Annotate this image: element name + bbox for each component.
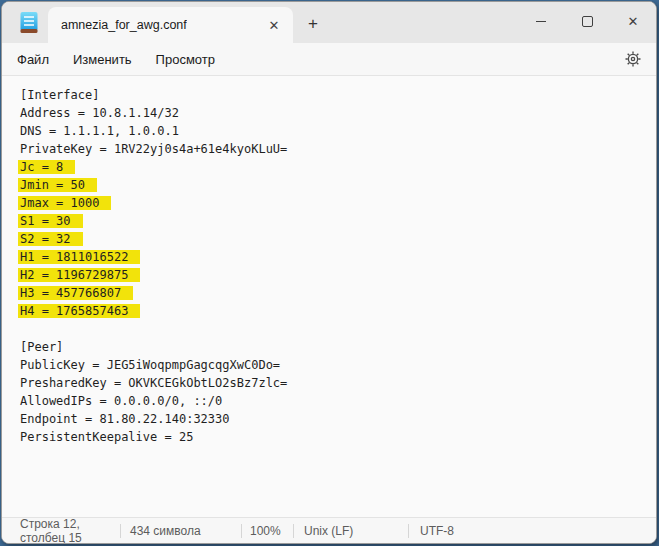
line-endings-status: Unix (LF) [294, 524, 408, 538]
window-controls: ✕ [518, 2, 656, 40]
editor-line: AllowedIPs = 0.0.0.0/0, ::/0 [20, 392, 656, 410]
highlighted-text: S1 = 30 [18, 214, 83, 228]
desktop-background: amnezia_for_awg.conf ✕ + ✕ Файл Изменить… [0, 0, 659, 546]
maximize-icon [582, 16, 593, 27]
close-button[interactable]: ✕ [610, 2, 656, 40]
highlighted-text: H2 = 1196729875 [18, 268, 140, 282]
highlighted-text: Jmin = 50 [18, 178, 97, 192]
editor-line: Jc = 8 [20, 158, 656, 176]
settings-button[interactable] [623, 49, 643, 69]
menu-view[interactable]: Просмотр [144, 46, 227, 73]
editor-line: PersistentKeepalive = 25 [20, 428, 656, 446]
highlighted-text: H3 = 457766807 [18, 286, 133, 300]
editor-line: [Interface] [20, 86, 656, 104]
editor-line: PresharedKey = OKVKCEGkObtLO2sBz7zlc= [20, 374, 656, 392]
highlighted-text: Jmax = 1000 [18, 196, 111, 210]
editor-line: PublicKey = JEG5iWoqpmpGagcqgXwC0Do= [20, 356, 656, 374]
editor-line: S1 = 30 [20, 212, 656, 230]
editor-line: Endpoint = 81.80.22.140:32330 [20, 410, 656, 428]
editor-line: PrivateKey = 1RV22yj0s4a+61e4kyoKLuU= [20, 140, 656, 158]
editor-line: DNS = 1.1.1.1, 1.0.0.1 [20, 122, 656, 140]
editor-line: [Peer] [20, 338, 656, 356]
highlighted-text: S2 = 32 [18, 232, 83, 246]
text-editor-area[interactable]: [Interface]Address = 10.8.1.14/32DNS = 1… [2, 76, 656, 517]
menu-file[interactable]: Файл [5, 46, 61, 73]
minimize-icon [536, 21, 546, 22]
maximize-button[interactable] [564, 2, 610, 40]
highlighted-text: H1 = 1811016522 [18, 250, 140, 264]
status-bar: Строка 12, столбец 15 434 символа 100% U… [2, 517, 656, 543]
editor-line: S2 = 32 [20, 230, 656, 248]
editor-line: H4 = 1765857463 [20, 302, 656, 320]
menu-edit[interactable]: Изменить [61, 46, 144, 73]
title-bar[interactable]: amnezia_for_awg.conf ✕ + ✕ [2, 2, 656, 43]
editor-line: H2 = 1196729875 [20, 266, 656, 284]
editor-line: Jmin = 50 [20, 176, 656, 194]
gear-icon [624, 50, 642, 68]
new-tab-button[interactable]: + [299, 11, 327, 37]
editor-line: H3 = 457766807 [20, 284, 656, 302]
tab-title: amnezia_for_awg.conf [61, 18, 187, 32]
menu-bar: Файл Изменить Просмотр [2, 43, 656, 76]
highlighted-text: Jc = 8 [18, 160, 75, 174]
notepad-app-icon [19, 11, 39, 34]
cursor-position-status: Строка 12, столбец 15 [2, 517, 120, 545]
editor-line: Address = 10.8.1.14/32 [20, 104, 656, 122]
notepad-window: amnezia_for_awg.conf ✕ + ✕ Файл Изменить… [1, 1, 657, 544]
zoom-level-status: 100% [242, 524, 293, 538]
minimize-button[interactable] [518, 2, 564, 40]
encoding-status: UTF-8 [409, 524, 454, 538]
close-icon: ✕ [628, 15, 639, 28]
document-tab[interactable]: amnezia_for_awg.conf ✕ [48, 7, 293, 43]
highlighted-text: H4 = 1765857463 [18, 304, 140, 318]
editor-line [20, 320, 656, 338]
editor-line: Jmax = 1000 [20, 194, 656, 212]
editor-line: H1 = 1811016522 [20, 248, 656, 266]
tab-close-icon[interactable]: ✕ [263, 14, 285, 36]
char-count-status: 434 символа [121, 524, 241, 538]
